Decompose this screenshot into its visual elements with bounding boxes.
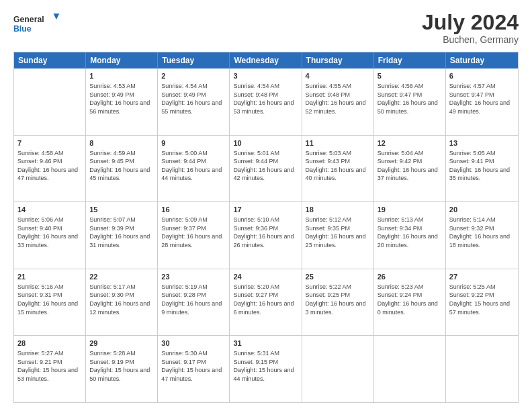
cell-info: Sunrise: 5:06 AMSunset: 9:40 PMDaylight:… (17, 216, 82, 249)
calendar-cell-0-3: 3Sunrise: 4:54 AMSunset: 9:48 PMDaylight… (230, 68, 302, 135)
calendar-cell-2-3: 17Sunrise: 5:10 AMSunset: 9:36 PMDayligh… (230, 202, 302, 269)
cell-info: Sunrise: 4:59 AMSunset: 9:45 PMDaylight:… (89, 149, 154, 183)
header-day-monday: Monday (86, 52, 158, 68)
cell-info: Sunrise: 4:53 AMSunset: 9:49 PMDaylight:… (89, 82, 154, 116)
day-number: 3 (233, 71, 298, 81)
day-number: 8 (89, 138, 154, 148)
day-number: 29 (89, 338, 154, 349)
day-number: 19 (378, 205, 442, 215)
cell-info: Sunrise: 4:57 AMSunset: 9:47 PMDaylight:… (449, 82, 515, 116)
day-number: 30 (161, 338, 226, 349)
cell-info: Sunrise: 5:13 AMSunset: 9:34 PMDaylight:… (378, 216, 442, 249)
cell-info: Sunrise: 5:00 AMSunset: 9:44 PMDaylight:… (161, 149, 226, 183)
calendar-row-1: 7Sunrise: 4:58 AMSunset: 9:46 PMDaylight… (14, 135, 518, 202)
calendar-cell-2-4: 18Sunrise: 5:12 AMSunset: 9:35 PMDayligh… (302, 202, 374, 269)
day-number: 1 (89, 71, 154, 81)
cell-info: Sunrise: 4:56 AMSunset: 9:47 PMDaylight:… (378, 82, 442, 116)
calendar-cell-3-1: 22Sunrise: 5:17 AMSunset: 9:30 PMDayligh… (86, 269, 158, 336)
calendar-cell-2-0: 14Sunrise: 5:06 AMSunset: 9:40 PMDayligh… (14, 202, 86, 269)
cell-info: Sunrise: 5:16 AMSunset: 9:31 PMDaylight:… (17, 283, 82, 316)
calendar-cell-1-3: 10Sunrise: 5:01 AMSunset: 9:44 PMDayligh… (230, 136, 302, 202)
calendar-body: 1Sunrise: 4:53 AMSunset: 9:49 PMDaylight… (14, 68, 518, 402)
calendar-cell-3-3: 24Sunrise: 5:20 AMSunset: 9:27 PMDayligh… (230, 269, 302, 336)
calendar-row-2: 14Sunrise: 5:06 AMSunset: 9:40 PMDayligh… (14, 201, 518, 269)
header-day-sunday: Sunday (14, 52, 86, 68)
calendar-cell-2-5: 19Sunrise: 5:13 AMSunset: 9:34 PMDayligh… (374, 202, 446, 269)
header: General Blue July 2024 Buchen, Germany (13, 11, 519, 45)
svg-text:General: General (13, 15, 44, 24)
cell-info: Sunrise: 5:12 AMSunset: 9:35 PMDaylight:… (306, 216, 370, 249)
cell-info: Sunrise: 5:28 AMSunset: 9:19 PMDaylight:… (89, 349, 154, 383)
logo: General Blue (13, 11, 60, 38)
cell-info: Sunrise: 4:55 AMSunset: 9:48 PMDaylight:… (306, 82, 370, 116)
cell-info: Sunrise: 5:27 AMSunset: 9:21 PMDaylight:… (17, 349, 82, 383)
day-number: 31 (233, 338, 298, 349)
day-number: 26 (378, 272, 442, 282)
cell-info: Sunrise: 5:23 AMSunset: 9:24 PMDaylight:… (378, 283, 442, 316)
cell-info: Sunrise: 5:20 AMSunset: 9:27 PMDaylight:… (233, 283, 298, 316)
day-number: 5 (378, 71, 442, 81)
calendar-cell-1-4: 11Sunrise: 5:03 AMSunset: 9:43 PMDayligh… (302, 136, 374, 202)
title-block: July 2024 Buchen, Germany (422, 11, 519, 45)
subtitle: Buchen, Germany (422, 34, 519, 45)
calendar-cell-2-2: 16Sunrise: 5:09 AMSunset: 9:37 PMDayligh… (158, 202, 230, 269)
calendar-cell-4-0: 28Sunrise: 5:27 AMSunset: 9:21 PMDayligh… (14, 336, 86, 402)
cell-info: Sunrise: 5:19 AMSunset: 9:28 PMDaylight:… (161, 283, 226, 316)
svg-marker-2 (54, 13, 60, 19)
calendar-cell-3-4: 25Sunrise: 5:22 AMSunset: 9:25 PMDayligh… (302, 269, 374, 336)
day-number: 25 (306, 272, 370, 282)
calendar-cell-4-2: 30Sunrise: 5:30 AMSunset: 9:17 PMDayligh… (158, 336, 230, 402)
header-day-friday: Friday (374, 52, 446, 68)
calendar-cell-3-2: 23Sunrise: 5:19 AMSunset: 9:28 PMDayligh… (158, 269, 230, 336)
day-number: 28 (17, 338, 82, 349)
header-day-tuesday: Tuesday (158, 52, 230, 68)
cell-info: Sunrise: 5:05 AMSunset: 9:41 PMDaylight:… (449, 149, 515, 183)
cell-info: Sunrise: 5:25 AMSunset: 9:22 PMDaylight:… (449, 283, 515, 316)
cell-info: Sunrise: 5:04 AMSunset: 9:42 PMDaylight:… (378, 149, 442, 183)
calendar-cell-4-3: 31Sunrise: 5:31 AMSunset: 9:15 PMDayligh… (230, 336, 302, 402)
calendar-row-0: 1Sunrise: 4:53 AMSunset: 9:49 PMDaylight… (14, 68, 518, 135)
day-number: 11 (306, 138, 370, 148)
day-number: 10 (233, 138, 298, 148)
calendar-cell-2-6: 20Sunrise: 5:14 AMSunset: 9:32 PMDayligh… (446, 202, 518, 269)
cell-info: Sunrise: 4:54 AMSunset: 9:48 PMDaylight:… (233, 82, 298, 116)
day-number: 22 (89, 272, 154, 282)
main-title: July 2024 (422, 11, 519, 34)
calendar: SundayMondayTuesdayWednesdayThursdayFrid… (13, 52, 519, 403)
cell-info: Sunrise: 5:14 AMSunset: 9:32 PMDaylight:… (449, 216, 515, 249)
day-number: 12 (378, 138, 442, 148)
day-number: 2 (161, 71, 226, 81)
day-number: 18 (306, 205, 370, 215)
calendar-cell-0-6: 6Sunrise: 4:57 AMSunset: 9:47 PMDaylight… (446, 68, 518, 135)
calendar-cell-2-1: 15Sunrise: 5:07 AMSunset: 9:39 PMDayligh… (86, 202, 158, 269)
page: General Blue July 2024 Buchen, Germany S… (0, 0, 532, 411)
cell-info: Sunrise: 5:17 AMSunset: 9:30 PMDaylight:… (89, 283, 154, 316)
day-number: 24 (233, 272, 298, 282)
day-number: 27 (449, 272, 515, 282)
calendar-cell-1-6: 13Sunrise: 5:05 AMSunset: 9:41 PMDayligh… (446, 136, 518, 202)
calendar-cell-0-5: 5Sunrise: 4:56 AMSunset: 9:47 PMDaylight… (374, 68, 446, 135)
day-number: 6 (449, 71, 515, 81)
cell-info: Sunrise: 5:03 AMSunset: 9:43 PMDaylight:… (306, 149, 370, 183)
calendar-header: SundayMondayTuesdayWednesdayThursdayFrid… (14, 52, 518, 68)
cell-info: Sunrise: 5:01 AMSunset: 9:44 PMDaylight:… (233, 149, 298, 183)
day-number: 16 (161, 205, 226, 215)
calendar-cell-0-0 (14, 68, 86, 135)
logo-svg: General Blue (13, 11, 60, 38)
calendar-cell-1-2: 9Sunrise: 5:00 AMSunset: 9:44 PMDaylight… (158, 136, 230, 202)
cell-info: Sunrise: 5:30 AMSunset: 9:17 PMDaylight:… (161, 349, 226, 383)
calendar-row-3: 21Sunrise: 5:16 AMSunset: 9:31 PMDayligh… (14, 269, 518, 336)
calendar-cell-4-1: 29Sunrise: 5:28 AMSunset: 9:19 PMDayligh… (86, 336, 158, 402)
calendar-cell-3-0: 21Sunrise: 5:16 AMSunset: 9:31 PMDayligh… (14, 269, 86, 336)
day-number: 21 (17, 272, 82, 282)
calendar-cell-0-4: 4Sunrise: 4:55 AMSunset: 9:48 PMDaylight… (302, 68, 374, 135)
day-number: 15 (89, 205, 154, 215)
day-number: 17 (233, 205, 298, 215)
calendar-cell-0-2: 2Sunrise: 4:54 AMSunset: 9:49 PMDaylight… (158, 68, 230, 135)
day-number: 4 (306, 71, 370, 81)
header-day-thursday: Thursday (302, 52, 374, 68)
calendar-cell-1-0: 7Sunrise: 4:58 AMSunset: 9:46 PMDaylight… (14, 136, 86, 202)
calendar-cell-4-6 (446, 336, 518, 402)
calendar-row-4: 28Sunrise: 5:27 AMSunset: 9:21 PMDayligh… (14, 335, 518, 402)
day-number: 7 (17, 138, 82, 148)
